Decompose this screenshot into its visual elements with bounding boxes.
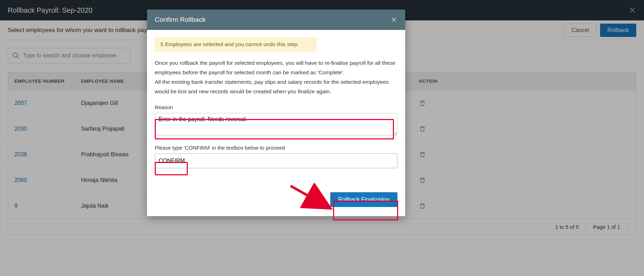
info-paragraph-2: All the existing bank transfer statement… (155, 77, 397, 96)
modal-header: Confirm Rollback (147, 10, 405, 30)
reason-label: Reason (155, 104, 397, 110)
modal-close-icon[interactable] (390, 16, 397, 23)
modal-title: Confirm Rollback (155, 16, 206, 24)
warning-alert: 5 Employees are selected and you cannot … (155, 37, 317, 52)
reason-textarea[interactable] (155, 113, 397, 136)
confirm-rollback-modal: Confirm Rollback 5 Employees are selecte… (147, 10, 405, 216)
rollback-finalization-button[interactable]: Rollback Finalization (330, 192, 397, 207)
info-paragraph-1: Once you rollback the payroll for select… (155, 58, 397, 77)
confirm-input[interactable] (155, 153, 397, 168)
confirm-instruction: Please type 'CONFIRM' in the textbox bel… (155, 145, 397, 151)
